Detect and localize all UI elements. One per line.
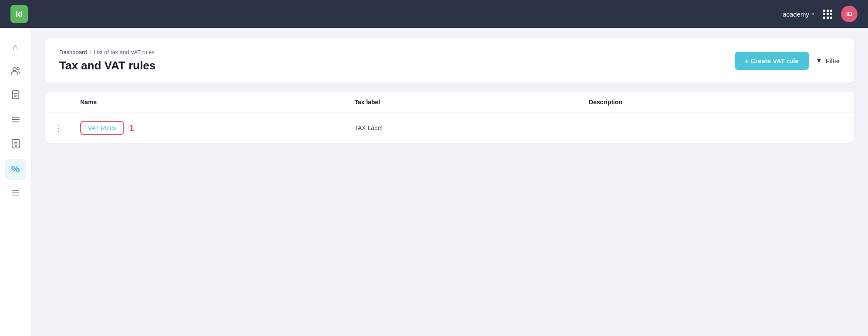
sidebar-item-documents[interactable] xyxy=(5,86,26,106)
logo[interactable]: id xyxy=(10,5,28,23)
vat-badge: 1 xyxy=(129,123,134,133)
billing-icon xyxy=(11,139,20,151)
filter-icon: ▼ xyxy=(816,57,822,64)
table-row: ⋮ VAT Rules 1 TAX Label xyxy=(45,113,854,143)
home-icon xyxy=(13,42,18,52)
percent-icon: % xyxy=(11,164,20,175)
vat-rules-link[interactable]: VAT Rules xyxy=(80,121,124,135)
row-taxlabel-cell: TAX Label xyxy=(346,113,580,143)
breadcrumb-current: List of tax and VAT rules xyxy=(94,49,154,55)
nav-right: academy ▾ ID xyxy=(783,6,858,22)
user-avatar[interactable]: ID xyxy=(841,6,858,22)
breadcrumb-separator: / xyxy=(90,49,92,55)
svg-point-0 xyxy=(13,67,16,70)
settings-icon xyxy=(11,189,20,199)
sidebar-item-home[interactable] xyxy=(5,37,26,58)
breadcrumb: Dashboard / List of tax and VAT rules xyxy=(59,49,156,55)
page-header-card: Dashboard / List of tax and VAT rules Ta… xyxy=(45,38,854,83)
row-name-cell: VAT Rules 1 xyxy=(71,113,346,143)
sidebar-item-settings[interactable] xyxy=(5,183,26,204)
sidebar-item-users[interactable] xyxy=(5,61,26,82)
table-header-row: Name Tax label Description xyxy=(45,92,854,113)
col-name-header: Name xyxy=(71,92,346,113)
row-description-cell xyxy=(580,113,854,143)
col-actions-header xyxy=(45,92,71,113)
top-navigation: id academy ▾ ID xyxy=(0,0,868,28)
main-content: Dashboard / List of tax and VAT rules Ta… xyxy=(31,28,868,336)
sidebar-item-list[interactable] xyxy=(5,110,26,131)
svg-rect-2 xyxy=(12,90,19,98)
row-dots-menu-cell: ⋮ xyxy=(45,113,71,143)
filter-button[interactable]: ▼ Filter xyxy=(816,57,840,65)
sidebar: % xyxy=(0,28,31,336)
users-icon xyxy=(11,67,20,77)
row-context-menu[interactable]: ⋮ xyxy=(54,123,63,132)
col-taxlabel-header: Tax label xyxy=(346,92,580,113)
sidebar-item-billing[interactable] xyxy=(5,134,26,155)
svg-point-1 xyxy=(17,67,19,69)
page-title: Tax and VAT rules xyxy=(59,59,156,72)
academy-selector[interactable]: academy ▾ xyxy=(783,10,814,18)
apps-grid-icon[interactable] xyxy=(823,10,832,19)
create-vat-rule-button[interactable]: + Create VAT rule xyxy=(735,52,809,70)
vat-link-wrapper: VAT Rules 1 xyxy=(80,121,337,135)
main-layout: % Dashboard / List of tax and VAT rules xyxy=(0,28,868,336)
sidebar-item-tax[interactable]: % xyxy=(5,159,26,180)
breadcrumb-home[interactable]: Dashboard xyxy=(59,49,87,55)
nav-left: id xyxy=(10,5,28,23)
page-header-left: Dashboard / List of tax and VAT rules Ta… xyxy=(59,49,156,72)
col-description-header: Description xyxy=(580,92,854,113)
documents-icon xyxy=(11,90,20,102)
vat-rules-table: Name Tax label Description ⋮ VAT Rules xyxy=(45,92,854,143)
table-card: Name Tax label Description ⋮ VAT Rules xyxy=(45,92,854,143)
chevron-down-icon: ▾ xyxy=(812,11,814,17)
list-icon xyxy=(11,116,20,126)
header-actions: + Create VAT rule ▼ Filter xyxy=(735,52,840,70)
